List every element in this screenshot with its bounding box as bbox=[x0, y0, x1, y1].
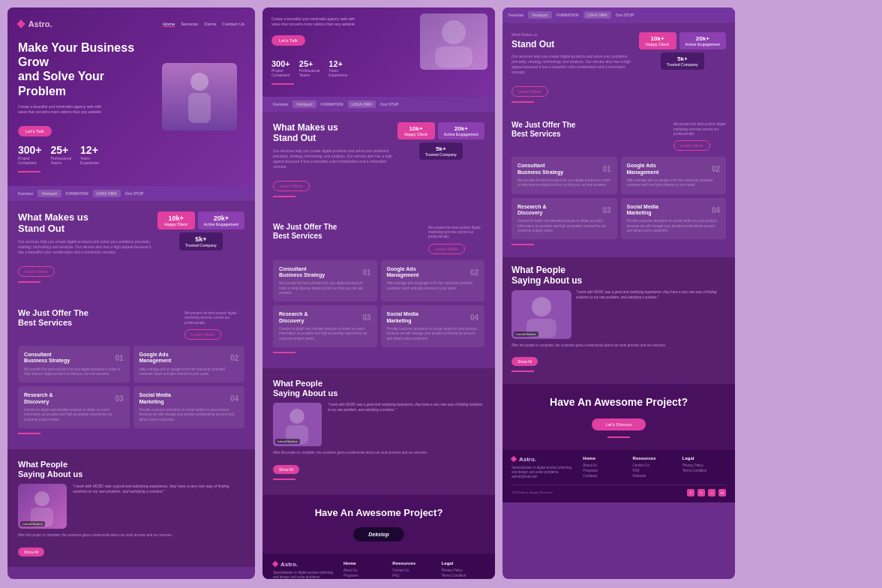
footer-link-about[interactable]: About Us bbox=[344, 568, 386, 572]
nav-links: Home Services Demo Contact Us bbox=[163, 22, 244, 27]
mid-services-btn[interactable]: Learn More bbox=[428, 244, 465, 254]
right-footer-privacy[interactable]: Privacy Policy bbox=[682, 464, 726, 467]
right-standout: 10k+ Happy Client 20k+ Active Engagement… bbox=[502, 23, 735, 113]
footer-col-home: Home About Us Programs Company bbox=[344, 561, 386, 579]
right-footer-logo: Astro. bbox=[512, 456, 577, 463]
social-icons-row: f t i in bbox=[687, 489, 726, 496]
mid-show-all-btn[interactable]: Show All bbox=[273, 465, 299, 474]
mid-standout: 10k+ Happy Client 20k+ Active Engagement… bbox=[262, 112, 495, 212]
mid-testimonial-quote: "I work with MCBC was a good and satisfy… bbox=[328, 403, 484, 412]
right-footer-company[interactable]: Company bbox=[583, 474, 626, 478]
panel-right: Faviolan Vimkpart FORMATION LOKA OWA Omi… bbox=[502, 8, 735, 579]
right-footer-about-link[interactable]: About Us bbox=[583, 464, 626, 467]
nav-home[interactable]: Home bbox=[163, 22, 175, 27]
logo: Astro. bbox=[18, 20, 52, 28]
stats-row: 300+ ProjectCompleted 25+ ProfessionalTe… bbox=[18, 144, 153, 165]
right-badge-trusted: 5k+ Trusted Company bbox=[661, 52, 704, 70]
footer-link-contact[interactable]: Contact Us bbox=[392, 568, 435, 572]
right-footer-features[interactable]: Features bbox=[633, 474, 676, 478]
hero-image bbox=[162, 63, 237, 130]
mid-badge-trusted: 5k+ Trusted Company bbox=[419, 142, 463, 160]
facebook-icon[interactable]: f bbox=[687, 489, 694, 496]
right-brands: Faviolan Vimkpart FORMATION LOKA OWA Omi… bbox=[502, 8, 735, 22]
svg-point-3 bbox=[34, 491, 50, 506]
right-service-1: ConsultantBusiness Strategy 01 We provid… bbox=[512, 157, 617, 194]
right-show-all-btn[interactable]: Show All bbox=[512, 357, 538, 366]
svg-point-0 bbox=[190, 73, 208, 91]
hero-cta-button[interactable]: Let's Talk bbox=[18, 126, 52, 136]
right-services: We Just Offer TheBest Services We presen… bbox=[502, 113, 735, 257]
footer-link-programs[interactable]: Programs bbox=[344, 574, 386, 578]
footer-link-faq[interactable]: FAQ bbox=[392, 574, 435, 578]
brands-row: Faviolan Vimkpart FORMATION LOKA OWA Omi… bbox=[8, 186, 255, 201]
badge-trusted: 5k+ Trusted Company bbox=[179, 232, 223, 250]
linkedin-icon[interactable]: in bbox=[718, 489, 726, 496]
instagram-icon[interactable]: i bbox=[708, 489, 716, 496]
brand-3: FORMATION bbox=[66, 191, 88, 196]
hero-section-left: Astro. Home Services Demo Contact Us Mak… bbox=[8, 8, 255, 186]
footer-about: Astro. Specialization in digital product… bbox=[273, 561, 338, 579]
testimonial-image-left: LatinaChristine bbox=[18, 484, 67, 529]
right-cta-button[interactable]: Let's Discuss bbox=[592, 418, 645, 430]
panel-mid: Create a beautiful and minimalist agency… bbox=[262, 8, 495, 579]
standout-learn-more-btn[interactable]: Learn More bbox=[18, 266, 55, 277]
panel-left: Astro. Home Services Demo Contact Us Mak… bbox=[8, 8, 255, 579]
right-services-title: We Just Offer TheBest Services bbox=[512, 121, 575, 139]
right-testimonials: What PeopleSaying About us LatinaChristi… bbox=[502, 257, 735, 383]
mid-brand-1: Faviolan bbox=[273, 102, 288, 106]
right-badge-engage: 20k+ Active Engagement bbox=[680, 32, 726, 50]
show-all-button-left[interactable]: Show All bbox=[18, 548, 44, 556]
service-card-2: Google AdsManagement 02 Help manage ads … bbox=[134, 346, 245, 382]
right-footer-home: Home About Us Programs Company bbox=[583, 456, 626, 480]
mid-cta-button[interactable]: Dekstop bbox=[353, 527, 404, 542]
right-brand-3: FORMATION bbox=[556, 13, 579, 17]
mid-brands: Faviolan Vimkpart FORMATION LOKA OWA Omi… bbox=[262, 97, 495, 112]
service-card-3: Research &Discovery 03 Conduct in depth … bbox=[18, 386, 130, 428]
twitter-icon[interactable]: t bbox=[698, 489, 705, 496]
brand-1: Faviolan bbox=[18, 191, 33, 196]
footer-link-terms[interactable]: Terms Condition bbox=[442, 574, 484, 578]
services-title: We Just Offer The Best Services bbox=[18, 308, 88, 328]
mid-brand-3: FORMATION bbox=[321, 102, 344, 106]
hero-deco-line bbox=[18, 171, 40, 172]
right-footer-contact[interactable]: Contact Us bbox=[633, 464, 676, 467]
mid-brand-2: Vimkpart bbox=[292, 100, 316, 108]
nav-demo[interactable]: Demo bbox=[204, 22, 216, 27]
mid-brand-4: LOKA OWA bbox=[348, 100, 376, 108]
mid-standout-btn[interactable]: Learn More bbox=[273, 181, 310, 191]
mid-service-3: Research &Discovery 03 Conduct in depth … bbox=[273, 305, 377, 347]
footer-logo: Astro. bbox=[273, 561, 338, 568]
mid-testimonial-name: LatinaChristine bbox=[275, 439, 300, 444]
mid-hero-cta[interactable]: Let's Talk bbox=[272, 35, 305, 46]
stat-projects: 300+ ProjectCompleted bbox=[18, 144, 42, 165]
testimonial-name: LatinaChristine bbox=[20, 521, 45, 526]
services-learn-more-btn[interactable]: Learn More bbox=[184, 329, 221, 340]
right-cta: Have An Awesome Project? Let's Discuss bbox=[502, 384, 735, 450]
nav-services[interactable]: Services bbox=[181, 22, 198, 27]
right-service-cards: ConsultantBusiness Strategy 01 We provid… bbox=[512, 157, 726, 239]
hero-subtitle: Create a beautiful and minimalist agency… bbox=[18, 104, 108, 115]
right-footer-programs[interactable]: Programs bbox=[583, 469, 626, 472]
footer-link-privacy[interactable]: Privacy Policy bbox=[442, 568, 484, 572]
right-footer-faq[interactable]: FAQ bbox=[633, 469, 676, 472]
right-footer-copyright: ©2023 Astro. Adopyi Reserved bbox=[512, 490, 553, 494]
right-footer-terms[interactable]: Terms Condition bbox=[682, 469, 726, 472]
brand-2: Vimkpart bbox=[38, 190, 61, 197]
right-testimonial-img: LatinaChristine bbox=[512, 290, 572, 339]
mid-services-title: We Just Offer TheBest Services bbox=[273, 223, 337, 241]
testimonials-title: What PeopleSaying About us bbox=[18, 460, 244, 479]
nav-contact[interactable]: Contact Us bbox=[222, 22, 244, 27]
hero-title: Make Your Business Grow and Solve Your P… bbox=[18, 40, 153, 98]
right-services-btn[interactable]: Learn More bbox=[674, 140, 710, 151]
badge-engagement: 20k+ Active Engagement bbox=[198, 212, 244, 230]
right-service-3: Research &Discovery 03 Conduct in depth … bbox=[512, 198, 617, 240]
standout-section: 10k+ Happy Client 20k+ Active Engagement… bbox=[8, 201, 255, 298]
right-brand-4: LOKA OWA bbox=[584, 11, 611, 19]
main-container: Astro. Home Services Demo Contact Us Mak… bbox=[0, 0, 882, 588]
right-brand-1: Faviolan bbox=[508, 13, 524, 17]
footer-col-resources: Resources Contact Us FAQ Features bbox=[392, 561, 435, 579]
mid-cta: Have An Awesome Project? Dekstop bbox=[262, 495, 495, 554]
right-standout-btn[interactable]: Learn More bbox=[512, 86, 548, 97]
service-card-4: Social MediaMarketing 04 Provide custome… bbox=[134, 386, 245, 428]
footer-col-legal: Legal Privacy Policy Terms Condition bbox=[442, 561, 484, 579]
